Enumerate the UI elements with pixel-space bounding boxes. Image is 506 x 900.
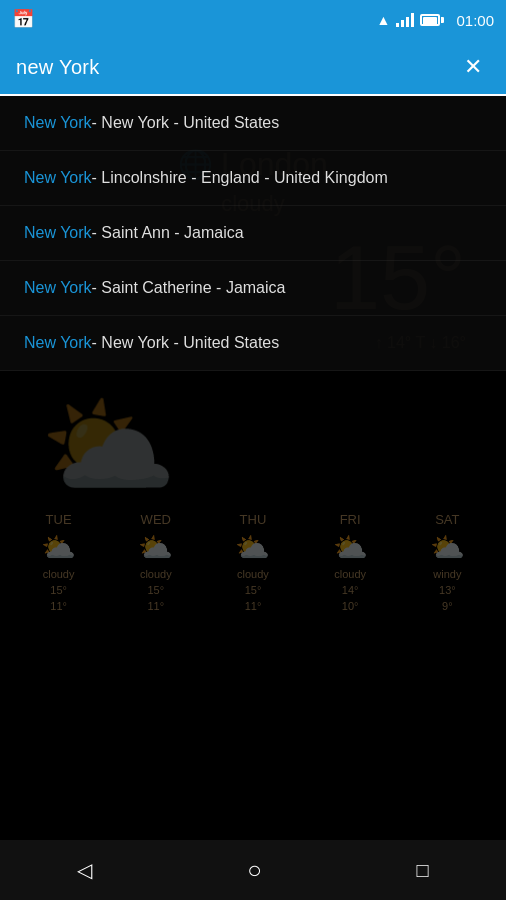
bg-forecast-day: THU ⛅ cloudy 15° 11°	[235, 512, 270, 612]
search-bar: new York ✕	[0, 40, 506, 96]
signal-icon	[396, 13, 414, 27]
wifi-icon: ▲	[377, 12, 391, 28]
nav-bar	[0, 840, 506, 900]
result-highlight: New York	[24, 169, 92, 187]
bg-cloud-icon: ⛅	[40, 382, 177, 511]
dropdown-result-item[interactable]: New York - Saint Ann - Jamaica	[0, 206, 506, 261]
calendar-icon: 📅	[12, 8, 34, 30]
bg-forecast: TUE ⛅ cloudy 15° 11° WED ⛅ cloudy 15° 11…	[0, 512, 506, 612]
bg-forecast-day: FRI ⛅ cloudy 14° 10°	[333, 512, 368, 612]
back-button[interactable]	[77, 857, 92, 883]
result-rest: - Saint Ann - Jamaica	[92, 224, 244, 242]
home-button[interactable]	[247, 856, 262, 884]
recents-button[interactable]	[416, 857, 428, 883]
status-time: 01:00	[456, 12, 494, 29]
bg-forecast-day: TUE ⛅ cloudy 15° 11°	[41, 512, 76, 612]
result-highlight: New York	[24, 224, 92, 242]
bg-forecast-day: SAT ⛅ windy 13° 9°	[430, 512, 465, 612]
battery-icon	[420, 14, 444, 26]
bg-forecast-day: WED ⛅ cloudy 15° 11°	[138, 512, 173, 612]
result-highlight: New York	[24, 114, 92, 132]
result-rest: - New York - United States	[92, 114, 280, 132]
dropdown-result-item[interactable]: New York - New York - United States	[0, 316, 506, 371]
search-query[interactable]: new York	[16, 56, 456, 79]
dropdown-result-item[interactable]: New York - Saint Catherine - Jamaica	[0, 261, 506, 316]
dropdown-result-item[interactable]: New York - Lincolnshire - England - Unit…	[0, 151, 506, 206]
result-rest: - Saint Catherine - Jamaica	[92, 279, 286, 297]
result-rest: - Lincolnshire - England - United Kingdo…	[92, 169, 388, 187]
dropdown-result-item[interactable]: New York - New York - United States	[0, 96, 506, 151]
search-dropdown: New York - New York - United StatesNew Y…	[0, 96, 506, 371]
clear-button[interactable]: ✕	[456, 50, 490, 84]
result-highlight: New York	[24, 334, 92, 352]
result-rest: - New York - United States	[92, 334, 280, 352]
status-bar: 📅 ▲ 01:00	[0, 0, 506, 40]
result-highlight: New York	[24, 279, 92, 297]
